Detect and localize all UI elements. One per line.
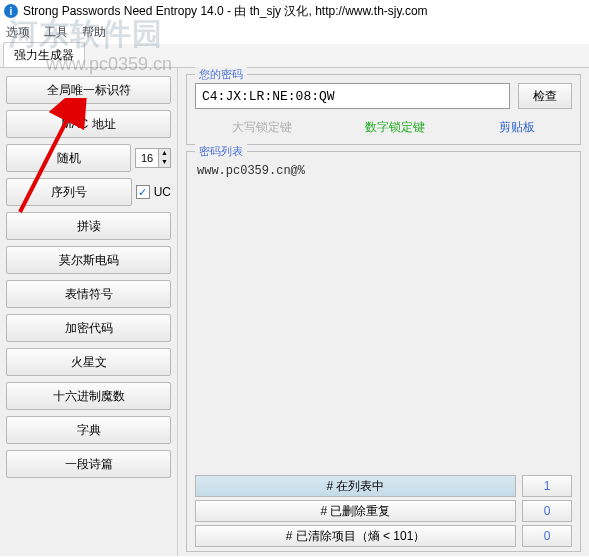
btn-dict[interactable]: 字典	[6, 416, 171, 444]
password-legend: 您的密码	[195, 67, 247, 82]
status-in-list-count: 1	[522, 475, 572, 497]
uc-checkbox[interactable]: ✓	[136, 185, 150, 199]
menu-help[interactable]: 帮助	[82, 24, 106, 42]
clipboard-status: 剪贴板	[499, 119, 535, 136]
spinner-down-icon[interactable]: ▼	[158, 158, 170, 167]
menubar: 选项 工具 帮助	[0, 22, 589, 44]
app-icon: i	[4, 4, 18, 18]
sidebar: 全局唯一标识符 MAC 地址 随机 16 ▲▼ 序列号 ✓ UC 拼读 莫尔斯电…	[0, 68, 178, 556]
content-area: 您的密码 检查 大写锁定键 数字锁定键 剪贴板 密码列表 www.pc0359.…	[178, 68, 589, 556]
capslock-status: 大写锁定键	[232, 119, 292, 136]
btn-poem[interactable]: 一段诗篇	[6, 450, 171, 478]
btn-pinyin[interactable]: 拼读	[6, 212, 171, 240]
menu-options[interactable]: 选项	[6, 24, 30, 42]
password-fieldset: 您的密码 检查 大写锁定键 数字锁定键 剪贴板	[186, 74, 581, 145]
list-legend: 密码列表	[195, 144, 247, 159]
status-dup[interactable]: # 已删除重复	[195, 500, 516, 522]
btn-mars[interactable]: 火星文	[6, 348, 171, 376]
random-length-spinner[interactable]: 16 ▲▼	[135, 148, 171, 168]
btn-emoji[interactable]: 表情符号	[6, 280, 171, 308]
check-button[interactable]: 检查	[518, 83, 572, 109]
spinner-value: 16	[136, 152, 158, 164]
numlock-status: 数字锁定键	[365, 119, 425, 136]
btn-serial[interactable]: 序列号	[6, 178, 132, 206]
btn-guid[interactable]: 全局唯一标识符	[6, 76, 171, 104]
menu-tools[interactable]: 工具	[44, 24, 68, 42]
status-in-list[interactable]: # 在列表中	[195, 475, 516, 497]
tab-generator[interactable]: 强力生成器	[3, 42, 85, 67]
btn-mac[interactable]: MAC 地址	[6, 110, 171, 138]
window-title: Strong Passwords Need Entropy 14.0 - 由 t…	[23, 3, 428, 20]
password-input[interactable]	[195, 83, 510, 109]
btn-encrypt[interactable]: 加密代码	[6, 314, 171, 342]
status-cleared-count: 0	[522, 525, 572, 547]
uc-label: UC	[154, 185, 171, 199]
btn-random[interactable]: 随机	[6, 144, 131, 172]
password-list-fieldset: 密码列表 www.pc0359.cn@% # 在列表中 1 # 已删除重复 0 …	[186, 151, 581, 552]
status-dup-count: 0	[522, 500, 572, 522]
titlebar: i Strong Passwords Need Entropy 14.0 - 由…	[0, 0, 589, 22]
btn-morse[interactable]: 莫尔斯电码	[6, 246, 171, 274]
tabstrip: 强力生成器	[0, 44, 589, 68]
spinner-up-icon[interactable]: ▲	[158, 149, 170, 158]
btn-hex[interactable]: 十六进制魔数	[6, 382, 171, 410]
status-cleared[interactable]: # 已清除项目（熵 < 101）	[195, 525, 516, 547]
list-content[interactable]: www.pc0359.cn@%	[195, 162, 572, 472]
